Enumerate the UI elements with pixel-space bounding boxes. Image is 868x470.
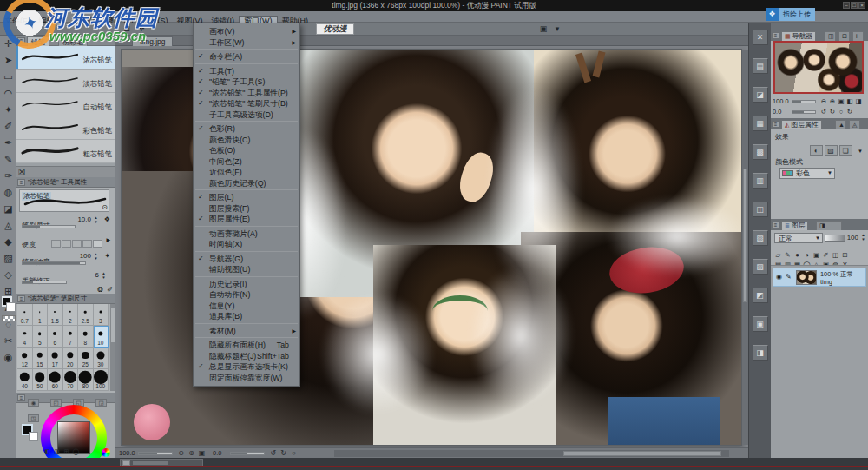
menu-item[interactable]: ✓ 工具(T) ▶ — [194, 66, 299, 77]
dock-3d[interactable]: ▧ — [753, 230, 768, 246]
panel-menu-icon[interactable]: ≡ — [17, 37, 25, 44]
brush-size-cell[interactable]: 17 — [48, 348, 63, 369]
lasso-tool[interactable]: ◠ — [0, 85, 16, 102]
swap-color-icon[interactable]: ◧ — [43, 447, 52, 456]
brush-size-cell[interactable]: 7 — [63, 326, 79, 348]
color-value-icon[interactable]: ◨ — [52, 447, 62, 456]
brush-size-cell[interactable]: 40 — [17, 369, 33, 391]
menu-item[interactable]: ✓ "浓芯铅笔" 笔刷尺寸(B) ▶ — [194, 98, 299, 109]
menu-item[interactable]: ✓ 历史记录(I) ▶ — [194, 279, 299, 290]
brush-size-spinner[interactable]: ▲▼ — [93, 216, 99, 224]
lp-extra-tab-1[interactable]: ▲ — [835, 120, 846, 129]
pencil-tool[interactable]: ✎ — [0, 151, 16, 168]
background-color-swatch[interactable] — [6, 302, 16, 312]
density-spinner[interactable]: ▲▼ — [93, 253, 99, 261]
menu-item[interactable]: ✓ 图层(L) ▶ — [194, 192, 299, 203]
stabilize-spinner[interactable]: ▲▼ — [101, 272, 107, 280]
page-icon[interactable]: ⊡ — [122, 24, 132, 34]
hardness-expand-icon[interactable]: ▶ — [106, 236, 110, 242]
dock-material-1[interactable]: ◪ — [753, 87, 768, 103]
nav-zoom-out-icon[interactable]: ⊖ — [819, 96, 828, 106]
opacity-slider[interactable] — [825, 235, 845, 242]
approx-color-tab[interactable]: ◳ — [28, 414, 39, 422]
canvas-zoom-slider[interactable] — [138, 452, 173, 455]
effect-dropdown-arrow[interactable]: ▼ — [858, 149, 863, 154]
menu-item[interactable]: ✓ 固定面板停靠宽度(W) ▶ — [194, 373, 299, 384]
menu-item[interactable]: ✓ 时间轴(X) ▶ — [194, 239, 299, 250]
magnifier-tool[interactable]: ◉ — [0, 349, 16, 366]
nav-rotate-right-icon[interactable]: ↻ — [828, 107, 837, 116]
dock-material-2[interactable]: ▦ — [753, 116, 768, 131]
navigator-tab[interactable]: ▦导航器 — [781, 31, 816, 41]
brush-size-cell[interactable]: 50 — [33, 369, 49, 391]
canvas-tab[interactable]: timg.jpg — [132, 36, 173, 46]
brush-size-cell[interactable]: 20 — [63, 348, 79, 369]
eraser-tool[interactable]: ◪ — [0, 201, 16, 217]
move-tool[interactable]: ✛ — [0, 36, 16, 52]
dock-image[interactable]: ◫ — [753, 202, 768, 217]
subview-tab[interactable]: ◫ — [825, 31, 836, 41]
transparent-color-swatch[interactable] — [2, 315, 16, 321]
menu-item[interactable]: ✓ 画布(V) ▶ — [194, 26, 299, 37]
tone-effect-icon[interactable]: ▨ — [825, 145, 838, 156]
menu-item[interactable]: ✓ 总是显示画布选项卡(K) ▶ — [194, 361, 299, 373]
brush-size-cell[interactable]: 2.5 — [78, 304, 94, 326]
delete-subtool-icon[interactable]: ✕ — [16, 168, 27, 177]
border-effect-icon[interactable]: ◐ — [810, 145, 823, 156]
dock-download[interactable]: ▨ — [753, 259, 768, 275]
menu-item[interactable]: ✓ 色彩(R) ▶ — [194, 123, 299, 135]
navigator-zoom-slider[interactable] — [792, 100, 816, 103]
mini-color-wheel-icon[interactable] — [102, 448, 110, 457]
nav-rotate-left-icon[interactable]: ↺ — [819, 107, 828, 116]
layers-tab[interactable]: ≣图层 — [781, 221, 808, 230]
brush-size-cell[interactable]: 1.5 — [48, 304, 63, 326]
figure-tool[interactable]: ◇ — [0, 267, 16, 283]
marquee-tool[interactable]: ▭ — [0, 69, 16, 85]
brush-size-cell[interactable]: 100 — [94, 369, 109, 391]
dropdown-arrow-icon[interactable]: ▾ — [552, 24, 562, 34]
menu-item[interactable]: ✓ 动画赛璐片(A) ▶ — [194, 228, 299, 240]
dock-extra[interactable]: ◨ — [753, 345, 768, 361]
menu-item[interactable]: ✓ 图层属性(E) ▶ — [194, 214, 299, 225]
brush-size-cell[interactable]: 12 — [17, 348, 33, 369]
pick-screen-icon[interactable]: ⊞ — [62, 447, 71, 456]
history-tab[interactable]: ⊡ — [838, 31, 850, 41]
subtool-tab-pencil[interactable]: 铅笔 — [27, 36, 49, 46]
menu-item[interactable]: ✓ 导航器(G) ▶ — [194, 254, 299, 265]
brush-size-cell[interactable]: 30 — [94, 348, 109, 369]
fill-tool[interactable]: ◆ — [0, 234, 16, 250]
stabilize-slider[interactable] — [22, 281, 67, 284]
blend-mode-dropdown[interactable]: 正常 ▼ — [774, 233, 823, 243]
close-button[interactable]: × — [858, 2, 865, 9]
correction-tool[interactable]: ✂ — [0, 333, 16, 349]
subtool-item[interactable]: 粗芯铅笔 — [16, 140, 115, 163]
menu-item[interactable]: ✓ 道具库(B) ▶ — [194, 311, 299, 322]
brush-size-cell[interactable]: 15 — [33, 348, 49, 369]
menu-item[interactable]: ✓ 辅助视图(U) ▶ — [194, 264, 299, 275]
minimize-button[interactable]: – — [843, 2, 850, 9]
brush-size-cell[interactable]: 6 — [48, 326, 63, 348]
subtool-item[interactable]: 淡芯铅笔 — [16, 70, 115, 93]
register-preset-icon[interactable]: ✐ — [107, 286, 113, 294]
canvas-horizontal-scrollbar[interactable] — [334, 450, 729, 457]
menu-item[interactable]: ✓ 素材(M) ▶ — [194, 326, 299, 337]
maximize-button[interactable]: □ — [851, 2, 858, 9]
nav-reset-icon[interactable]: ○ — [837, 107, 845, 116]
dock-close[interactable]: ✕ — [753, 30, 768, 45]
menu-item[interactable]: ✓ 自动动作(N) ▶ — [194, 289, 299, 301]
background-color-swatch[interactable] — [29, 432, 38, 441]
brush-size-slider[interactable] — [22, 225, 76, 228]
brush-size-cell[interactable]: 70 — [63, 369, 79, 391]
hardness-selector[interactable] — [51, 235, 103, 251]
settings-gear-icon[interactable]: ❂ — [97, 286, 103, 294]
menu-item[interactable]: ✓ 命令栏(A) ▶ — [194, 51, 299, 63]
brush-size-cell[interactable]: 0.7 — [17, 304, 33, 326]
brush-size-cell[interactable]: 5 — [33, 326, 49, 348]
opacity-spinner[interactable]: ▲▼ — [860, 234, 866, 242]
color-wheel-tab[interactable]: ◉ — [28, 399, 39, 407]
eyedropper-tool[interactable]: ✐ — [0, 118, 16, 135]
dock-history2[interactable]: ◩ — [753, 288, 768, 303]
brush-size-cell[interactable]: 60 — [48, 369, 63, 391]
nav-zoom-in-icon[interactable]: ⊕ — [828, 96, 837, 106]
panel-menu-icon[interactable]: ≡ — [17, 295, 25, 302]
